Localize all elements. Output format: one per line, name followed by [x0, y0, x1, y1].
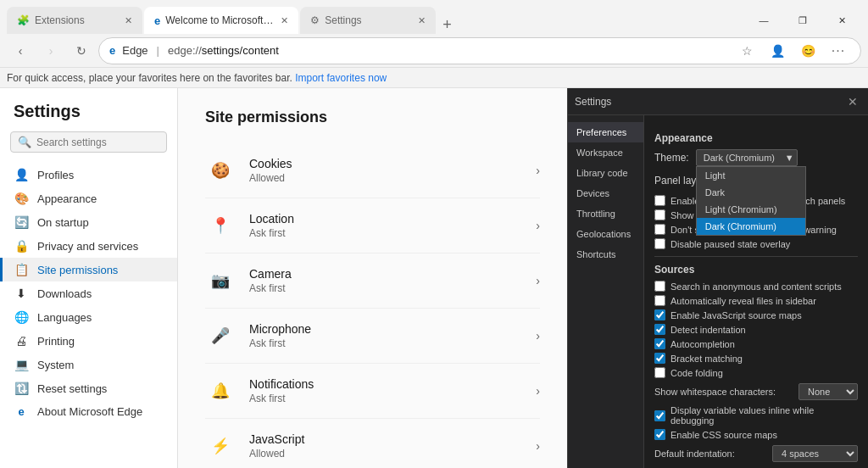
theme-select-button[interactable]: Dark (Chromium) ▼ [696, 149, 798, 166]
search-settings-box[interactable]: 🔍 [10, 131, 167, 153]
theme-selector[interactable]: Dark (Chromium) ▼ Light Dark Light (Chro… [696, 149, 798, 166]
javascript-icon: ⚡ [205, 431, 236, 461]
profile-button[interactable]: 👤 [765, 39, 789, 63]
back-button[interactable]: ‹ [7, 37, 34, 64]
dont-show-chrome-data-checkbox[interactable] [654, 224, 665, 235]
tab-extensions-close[interactable]: ✕ [125, 15, 132, 26]
more-button[interactable]: ··· [826, 39, 850, 63]
devtools-left-nav: Preferences Workspace Library code Devic… [568, 115, 644, 468]
tab-settings-close[interactable]: ✕ [418, 15, 426, 26]
forward-button[interactable]: › [37, 37, 64, 64]
privacy-icon: 🔒 [14, 239, 29, 253]
sidebar-item-printing[interactable]: 🖨 Printing [0, 329, 177, 353]
sidebar-item-on-startup-label: On startup [37, 216, 89, 229]
tab-edge-welcome[interactable]: e Welcome to Microsoft Edge De... ✕ [144, 7, 298, 34]
autocompletion-checkbox[interactable] [654, 338, 665, 349]
sidebar-item-site-permissions-label: Site permissions [37, 264, 118, 276]
devtools-nav-geolocations[interactable]: Geolocations [568, 224, 643, 244]
refresh-button[interactable]: ↻ [68, 37, 95, 64]
close-button[interactable]: ✕ [822, 7, 861, 34]
devtools-nav-library-code[interactable]: Library code [568, 163, 643, 183]
sidebar-item-site-permissions[interactable]: 📋 Site permissions [0, 258, 177, 281]
detect-indentation-checkbox[interactable] [654, 324, 665, 335]
checkbox-display-variable: Display variable values inline while deb… [654, 405, 858, 426]
css-source-maps-label: Enable CSS source maps [670, 430, 777, 440]
search-settings-input[interactable] [36, 136, 164, 148]
devtools-preferences-content: Appearance Theme: Dark (Chromium) ▼ Ligh… [644, 115, 868, 468]
display-variable-checkbox[interactable] [654, 410, 665, 421]
css-source-maps-checkbox[interactable] [654, 429, 665, 440]
detect-indentation-label: Detect indentation [670, 325, 746, 335]
bracket-matching-checkbox[interactable] [654, 353, 665, 364]
sidebar-item-system[interactable]: 💻 System [0, 353, 177, 376]
permission-location[interactable]: 📍 Location Ask first › [205, 198, 540, 254]
notifications-arrow: › [536, 384, 540, 398]
sidebar-item-reset[interactable]: 🔃 Reset settings [0, 376, 177, 400]
auto-reveal-label: Automatically reveal files in sidebar [670, 296, 816, 306]
devtools-close-button[interactable]: ✕ [844, 92, 861, 112]
minimize-button[interactable]: — [744, 7, 783, 34]
favorites-button[interactable]: ☆ [735, 39, 759, 63]
tab-settings-label: Settings [325, 14, 361, 26]
tab-settings[interactable]: ⚙ Settings ✕ [300, 7, 436, 34]
address-bar[interactable]: e Edge | edge://settings/content ☆ 👤 😊 ·… [98, 37, 861, 64]
theme-dropdown-arrow: ▼ [785, 153, 794, 163]
permission-javascript[interactable]: ⚡ JavaScript Allowed › [205, 419, 540, 468]
auto-reveal-checkbox[interactable] [654, 295, 665, 306]
theme-row: Theme: Dark (Chromium) ▼ Light Dark Ligh… [654, 149, 858, 166]
cookies-status: Allowed [249, 172, 536, 184]
import-favorites-link[interactable]: Import favorites now [295, 72, 387, 84]
maximize-button[interactable]: ❐ [783, 7, 822, 34]
about-icon: e [14, 405, 29, 418]
devtools-nav-workspace[interactable]: Workspace [568, 142, 643, 163]
permission-camera[interactable]: 📷 Camera Ask first › [205, 254, 540, 309]
edge-welcome-favicon: e [154, 14, 160, 27]
devtools-nav-devices[interactable]: Devices [568, 183, 643, 203]
settings-favicon: ⚙ [310, 14, 320, 26]
devtools-nav-shortcuts[interactable]: Shortcuts [568, 244, 643, 265]
theme-option-light[interactable]: Light [697, 167, 805, 184]
sidebar-item-system-label: System [37, 359, 74, 371]
main-layout: Settings 🔍 👤 Profiles 🎨 Appearance 🔄 On … [0, 88, 868, 468]
microphone-icon: 🎤 [205, 320, 236, 351]
new-tab-button[interactable]: + [436, 16, 459, 34]
js-source-maps-checkbox[interactable] [654, 309, 665, 320]
theme-option-dark-chromium[interactable]: Dark (Chromium) [697, 218, 805, 235]
sidebar-item-about[interactable]: e About Microsoft Edge [0, 400, 177, 423]
location-info: Location Ask first [249, 212, 536, 239]
sidebar-item-printing-label: Printing [37, 335, 75, 348]
theme-dropdown: Light Dark Light (Chromium) Dark (Chromi… [696, 166, 806, 236]
tab-edge-welcome-close[interactable]: ✕ [281, 15, 288, 26]
tab-extensions[interactable]: 🧩 Extensions ✕ [7, 7, 142, 34]
permission-cookies[interactable]: 🍪 Cookies Allowed › [205, 143, 540, 198]
sidebar-item-appearance[interactable]: 🎨 Appearance [0, 187, 177, 210]
sidebar-item-on-startup[interactable]: 🔄 On startup [0, 210, 177, 234]
sidebar-item-downloads[interactable]: ⬇ Downloads [0, 281, 177, 305]
permission-microphone[interactable]: 🎤 Microphone Ask first › [205, 309, 540, 364]
sidebar-item-profiles[interactable]: 👤 Profiles [0, 163, 177, 187]
checkbox-disable-paused: Disable paused state overlay [654, 238, 858, 249]
location-status: Ask first [249, 227, 536, 239]
theme-option-dark[interactable]: Dark [697, 184, 805, 201]
theme-option-light-chromium[interactable]: Light (Chromium) [697, 201, 805, 218]
address-separator: | [157, 44, 159, 57]
camera-info: Camera Ask first [249, 267, 536, 294]
emoji-button[interactable]: 😊 [796, 39, 820, 63]
location-name: Location [249, 212, 536, 226]
code-folding-checkbox[interactable] [654, 367, 665, 378]
show-third-party-checkbox[interactable] [654, 209, 665, 220]
notifications-info: Notifications Ask first [249, 377, 536, 404]
sidebar-item-reset-label: Reset settings [37, 382, 107, 395]
sidebar-item-languages[interactable]: 🌐 Languages [0, 305, 177, 329]
search-anonymous-checkbox[interactable] [654, 281, 665, 292]
sidebar-item-privacy[interactable]: 🔒 Privacy and services [0, 234, 177, 258]
devtools-nav-throttling[interactable]: Throttling [568, 203, 643, 224]
location-icon: 📍 [205, 210, 236, 241]
disable-paused-checkbox[interactable] [654, 238, 665, 249]
default-indentation-select[interactable]: 2 spaces 4 spaces 8 spaces Tab character [772, 445, 858, 462]
enable-ctrl-checkbox[interactable] [654, 195, 665, 206]
show-whitespace-select[interactable]: None All Trailing [798, 383, 858, 400]
address-domain: Edge [122, 44, 147, 57]
devtools-nav-preferences[interactable]: Preferences [568, 122, 643, 142]
permission-notifications[interactable]: 🔔 Notifications Ask first › [205, 364, 540, 419]
